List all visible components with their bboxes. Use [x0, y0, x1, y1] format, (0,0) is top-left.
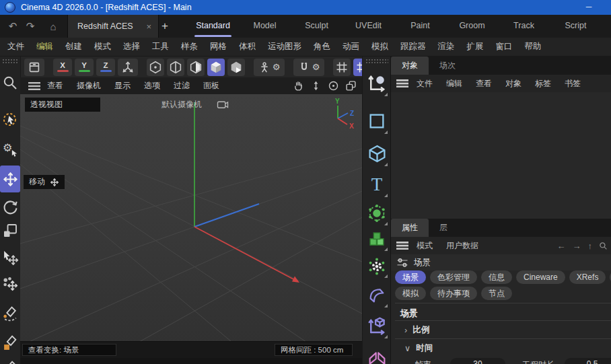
polygons-mode-button[interactable]: [187, 59, 205, 76]
layout-tab-uvedit[interactable]: UVEdit: [343, 15, 394, 38]
toggle-view-icon[interactable]: [345, 80, 357, 92]
edges-mode-button[interactable]: [167, 59, 184, 76]
attribute-object-row[interactable]: 场景: [391, 254, 611, 270]
tweak-tool-button[interactable]: [0, 245, 20, 270]
vp-menu-panel[interactable]: 面板: [196, 80, 226, 92]
points-mode-button[interactable]: [147, 59, 164, 76]
section-scene[interactable]: 场景: [395, 270, 426, 284]
layout-tab-groom[interactable]: Groom: [446, 15, 498, 38]
axis-gizmo[interactable]: Y Z X: [326, 98, 357, 130]
y-axis-lock-button[interactable]: Y: [75, 59, 94, 76]
menu-tracker[interactable]: 跟踪器: [394, 41, 432, 52]
tab-layers[interactable]: 层: [429, 219, 458, 237]
close-tab-icon[interactable]: ×: [146, 22, 151, 32]
model-mode-button[interactable]: [207, 59, 225, 76]
move-tool-button[interactable]: [0, 166, 20, 192]
menu-spline[interactable]: 样条: [175, 41, 204, 52]
group-scale[interactable]: › 比例: [404, 324, 429, 336]
object-mode-button[interactable]: [227, 59, 245, 76]
left-palette-grip[interactable]: [2, 59, 18, 65]
om-menu-tags[interactable]: 标签: [530, 78, 556, 89]
x-axis-lock-button[interactable]: X: [53, 59, 72, 76]
layout-tab-paint[interactable]: Paint: [394, 15, 446, 38]
menu-tools[interactable]: 工具: [146, 41, 175, 52]
text-object-button[interactable]: T: [364, 170, 390, 199]
menu-extensions[interactable]: 扩展: [461, 41, 490, 52]
section-info[interactable]: 信息: [481, 270, 512, 284]
layout-tab-script[interactable]: Script: [550, 15, 602, 38]
add-tab-button[interactable]: +: [161, 15, 168, 38]
section-xrefs[interactable]: XRefs: [569, 270, 606, 284]
spline-pen-poly-button[interactable]: [0, 355, 20, 364]
om-menu-bookmarks[interactable]: 书签: [559, 78, 586, 89]
tab-objects[interactable]: 对象: [391, 57, 429, 75]
menu-mograph[interactable]: 运动图形: [262, 41, 308, 52]
om-menu-view[interactable]: 查看: [470, 78, 497, 89]
scale-tool-button[interactable]: [0, 218, 20, 244]
object-list[interactable]: [391, 92, 611, 219]
section-nodes[interactable]: 节点: [481, 287, 512, 300]
deformer-button[interactable]: [364, 281, 390, 310]
am-menu-userdata[interactable]: 用户数据: [441, 240, 484, 252]
forward-arrow-icon[interactable]: →: [573, 241, 581, 251]
search-icon[interactable]: [599, 242, 608, 250]
layout-tab-standard[interactable]: Standard: [187, 15, 239, 38]
home-icon[interactable]: ⌂: [44, 21, 62, 32]
pen-tool-button[interactable]: [364, 69, 390, 98]
z-axis-lock-button[interactable]: Z: [96, 59, 115, 76]
section-todo[interactable]: 待办事项: [430, 287, 477, 300]
person-gear-button[interactable]: ⚙: [254, 59, 285, 76]
volume-builder-button[interactable]: [364, 226, 390, 253]
back-arrow-icon[interactable]: ←: [557, 241, 566, 251]
symmetry-button[interactable]: [364, 343, 390, 364]
menu-animate[interactable]: 动画: [336, 41, 365, 52]
section-cineware[interactable]: Cineware: [516, 270, 565, 284]
menu-edit[interactable]: 编辑: [30, 41, 59, 52]
undo-icon[interactable]: ↶: [4, 20, 22, 32]
minimize-button[interactable]: ─: [579, 0, 599, 15]
view-label[interactable]: 透视视图: [25, 98, 100, 112]
orbit-icon[interactable]: [328, 80, 339, 92]
vp-menu-options[interactable]: 选项: [137, 80, 167, 92]
vp-menu-cameras[interactable]: 摄像机: [70, 80, 108, 92]
menu-render[interactable]: 渲染: [432, 41, 461, 52]
effector-button[interactable]: [364, 253, 390, 280]
layout-tab-model[interactable]: Model: [239, 15, 291, 38]
coordinate-system-button[interactable]: [118, 59, 138, 76]
redo-icon[interactable]: ↷: [22, 20, 39, 32]
menu-character[interactable]: 角色: [308, 41, 336, 52]
layout-tab-track[interactable]: Track: [498, 15, 550, 38]
cloner-button[interactable]: [364, 199, 390, 227]
rotate-tool-button[interactable]: [0, 194, 20, 219]
om-menu-objects[interactable]: 对象: [500, 78, 527, 89]
menu-select[interactable]: 选择: [117, 41, 146, 52]
up-arrow-icon[interactable]: ↑: [588, 241, 593, 251]
tab-attributes[interactable]: 属性: [391, 219, 429, 237]
vp-menu-display[interactable]: 显示: [108, 80, 137, 92]
camera-label[interactable]: 默认摄像机: [161, 99, 202, 110]
om-menu-edit[interactable]: 编辑: [441, 78, 468, 89]
storage-box-button[interactable]: [24, 59, 44, 76]
menu-window[interactable]: 窗口: [490, 41, 519, 52]
project-length-input[interactable]: 0.5: [565, 358, 611, 364]
am-menu-mode[interactable]: 模式: [411, 240, 438, 252]
spline-sketch-button[interactable]: [0, 300, 20, 327]
vp-menu-filter[interactable]: 过滤: [167, 80, 196, 92]
snap-settings-button[interactable]: ⚙: [293, 59, 324, 76]
section-color-management[interactable]: 色彩管理: [430, 270, 477, 284]
menu-help[interactable]: 帮助: [519, 41, 548, 52]
viewport-canvas[interactable]: 透视视图 默认摄像机 Y Z X 移动 查看变换: 场景 网格间距 : 500 …: [20, 94, 362, 358]
pan-hand-icon[interactable]: [293, 80, 304, 92]
tab-takes[interactable]: 场次: [429, 57, 466, 75]
group-time[interactable]: ∨ 时间: [404, 342, 433, 354]
live-selection-button[interactable]: [0, 106, 20, 132]
attribute-menu-icon[interactable]: [396, 242, 408, 250]
tool-settings-button[interactable]: ⚙: [0, 136, 20, 161]
spline-primitive-button[interactable]: [364, 106, 390, 136]
camera-swap-icon[interactable]: [217, 99, 229, 110]
object-manager-menu-icon[interactable]: [396, 79, 408, 87]
vp-menu-view[interactable]: 查看: [40, 80, 70, 92]
multi-move-tool-button[interactable]: [0, 270, 20, 297]
menu-mode[interactable]: 模式: [88, 41, 117, 52]
viewport-menu-icon[interactable]: [28, 82, 40, 90]
